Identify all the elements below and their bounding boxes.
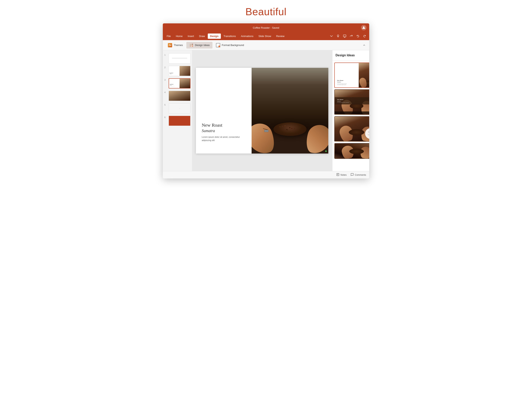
comments-icon bbox=[350, 173, 354, 177]
svg-rect-4 bbox=[192, 44, 193, 45]
idea-1-body: Lorem ipsum dolor sit amet,consectetur a… bbox=[337, 83, 356, 85]
slide-item-4[interactable]: 4 bbox=[163, 90, 192, 102]
themes-button[interactable]: Aa Themes bbox=[165, 42, 186, 49]
format-bg-icon bbox=[216, 43, 220, 47]
slide-thumb-1 bbox=[169, 53, 190, 64]
idea-1-image bbox=[359, 63, 369, 87]
ribbon: Aa Themes Design Ideas Format Background bbox=[163, 40, 369, 50]
slide-number-1: 1 bbox=[164, 53, 167, 56]
design-idea-card-2[interactable]: New Roast Sumatra Lorem ipsum dolor sit … bbox=[334, 90, 369, 115]
svg-rect-3 bbox=[190, 44, 191, 46]
slide-thumb-3: New Roast Sumatra Lorem ipsum dolor sit bbox=[169, 78, 190, 89]
title-bar: Coffee Roaster - Saved bbox=[163, 23, 369, 32]
menu-item-insert[interactable]: Insert bbox=[185, 33, 196, 39]
themes-icon: Aa bbox=[168, 43, 172, 47]
slide-thumb-6 bbox=[169, 116, 190, 126]
app-window: Coffee Roaster - Saved File Home Insert … bbox=[163, 23, 369, 179]
slide-body: Lorem ipsum dolor sit amet, consectetur … bbox=[202, 135, 246, 142]
comments-label: Comments bbox=[355, 174, 366, 176]
slide-number-3: 3 bbox=[164, 78, 167, 81]
design-panel-header: Design Ideas bbox=[332, 50, 369, 61]
slide-number-6: 6 bbox=[164, 116, 167, 118]
comments-button[interactable]: Comments bbox=[350, 173, 366, 177]
menu-item-animations[interactable]: Animations bbox=[239, 33, 256, 39]
canvas-area: New Roast Sumatra Lorem ipsum dolor sit … bbox=[192, 50, 332, 171]
idea-2-overlay: New Roast Sumatra Lorem ipsum dolor sit … bbox=[335, 97, 369, 104]
slide-indicator-dot bbox=[325, 150, 327, 152]
lightbulb-icon[interactable] bbox=[335, 33, 341, 39]
share-icon[interactable] bbox=[348, 33, 355, 39]
idea-2-body: Lorem ipsum dolor sit amet consectetur bbox=[337, 102, 369, 103]
slide-number-2: 2 bbox=[164, 66, 167, 69]
menu-item-design[interactable]: Design bbox=[208, 33, 221, 39]
slide-item-1[interactable]: 1 bbox=[163, 52, 192, 65]
user-avatar[interactable] bbox=[361, 25, 367, 30]
menu-item-slideshow[interactable]: Slide Show bbox=[256, 33, 273, 39]
document-title: Coffee Roaster - Saved bbox=[253, 26, 279, 29]
ribbon-collapse-button[interactable] bbox=[361, 42, 367, 48]
menu-bar: File Home Insert Draw Design Transitions… bbox=[163, 32, 369, 40]
redo-icon[interactable] bbox=[361, 33, 368, 39]
design-idea-card-4[interactable] bbox=[334, 143, 369, 159]
themes-label: Themes bbox=[174, 44, 183, 46]
page-title: Beautiful bbox=[245, 6, 286, 18]
slide-panel: 1 2 New Roast Sumatra bbox=[163, 50, 192, 171]
slide-text-area: New Roast Sumatra Lorem ipsum dolor sit … bbox=[196, 68, 252, 154]
format-background-label: Format Background bbox=[222, 44, 244, 46]
design-ideas-label: Design Ideas bbox=[195, 44, 210, 46]
svg-point-6 bbox=[190, 46, 191, 47]
bottom-bar: Notes Comments bbox=[163, 171, 369, 179]
slide-item-3[interactable]: 3 New Roast Sumatra Lorem ipsum dolor si… bbox=[163, 77, 192, 90]
menu-item-transitions[interactable]: Transitions bbox=[221, 33, 238, 39]
idea-2-subtitle: Sumatra bbox=[337, 101, 369, 102]
notes-icon bbox=[336, 173, 339, 177]
more-menu-button[interactable] bbox=[328, 33, 335, 39]
slide-number-4: 4 bbox=[164, 91, 167, 94]
slide-thumb-2: New Roast Sumatra bbox=[169, 66, 190, 76]
design-idea-card-1[interactable]: New Roast Sumatra Lorem ipsum dolor sit … bbox=[334, 63, 369, 88]
menu-item-review[interactable]: Review bbox=[274, 33, 287, 39]
menu-item-file[interactable]: File bbox=[164, 33, 173, 39]
undo-icon[interactable] bbox=[355, 33, 361, 39]
slide-item-5[interactable]: 5 — bbox=[163, 102, 192, 115]
design-ideas-icon bbox=[189, 43, 193, 47]
design-ideas-panel: Design Ideas New Roast Sumatra Lorem ips… bbox=[332, 50, 369, 171]
slide-number-5: 5 bbox=[164, 103, 167, 106]
slide-item-6[interactable]: 6 bbox=[163, 115, 192, 127]
design-panel-title: Design Ideas bbox=[336, 54, 355, 57]
svg-rect-7 bbox=[337, 174, 339, 176]
slide-image-area bbox=[252, 68, 328, 154]
design-ideas-button[interactable]: Design Ideas bbox=[186, 42, 212, 49]
slide-main-title: New Roast bbox=[202, 122, 246, 128]
idea-1-text: New Roast Sumatra Lorem ipsum dolor sit … bbox=[335, 63, 359, 87]
design-ideas-list: New Roast Sumatra Lorem ipsum dolor sit … bbox=[332, 61, 369, 171]
idea-2-title: New Roast bbox=[337, 99, 369, 100]
slide-canvas: New Roast Sumatra Lorem ipsum dolor sit … bbox=[196, 68, 328, 154]
notes-label: Notes bbox=[341, 174, 347, 176]
idea-1-subtitle: Sumatra bbox=[337, 81, 356, 83]
coffee-beans-image bbox=[252, 68, 328, 154]
design-idea-card-3[interactable]: New Roast Sumatra Lorem ipsum dolor sita… bbox=[334, 116, 369, 142]
idea-3-circle-title: New Roast bbox=[368, 131, 369, 133]
slide-thumb-4 bbox=[169, 91, 190, 101]
menu-item-draw[interactable]: Draw bbox=[197, 33, 207, 39]
slide-item-2[interactable]: 2 New Roast Sumatra bbox=[163, 65, 192, 77]
main-area: 1 2 New Roast Sumatra bbox=[163, 50, 369, 171]
menu-item-home[interactable]: Home bbox=[173, 33, 185, 39]
idea-1-title: New Roast bbox=[337, 80, 356, 81]
svg-rect-5 bbox=[192, 45, 193, 47]
format-background-button[interactable]: Format Background bbox=[213, 42, 247, 49]
slide-thumb-5: — bbox=[169, 103, 190, 113]
slide-subtitle: Sumatra bbox=[202, 129, 246, 133]
svg-rect-1 bbox=[343, 35, 346, 37]
present-icon[interactable] bbox=[342, 33, 348, 39]
notes-button[interactable]: Notes bbox=[336, 173, 347, 177]
